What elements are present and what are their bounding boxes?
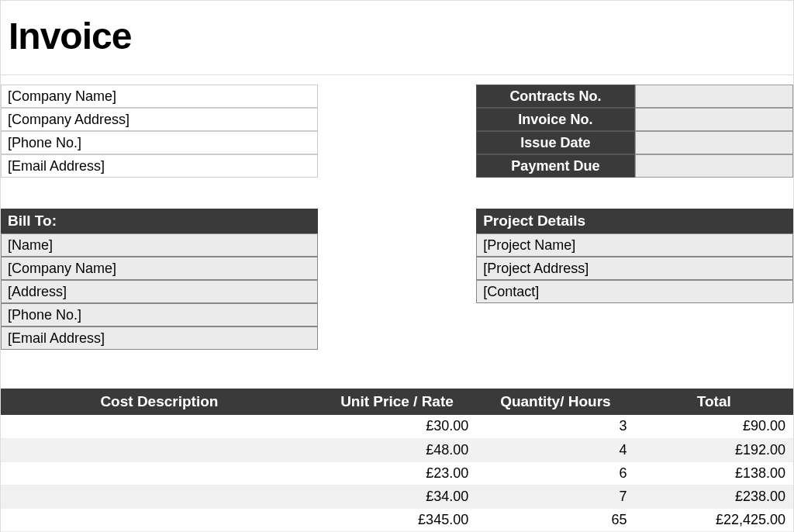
table-row: £23.006£138.00 — [1, 461, 793, 485]
project-contact[interactable]: [Contact] — [476, 280, 793, 303]
bill-to-box: Bill To: [Name] [Company Name] [Address]… — [1, 209, 318, 350]
spacer — [318, 131, 476, 154]
spacer — [318, 209, 476, 350]
col-header-qty: Quantity/ Hours — [476, 389, 634, 415]
value-payment-due[interactable] — [635, 154, 793, 178]
cell-total[interactable]: £238.00 — [635, 485, 793, 508]
cell-total[interactable]: £90.00 — [635, 415, 793, 438]
value-contracts-no[interactable] — [635, 85, 793, 108]
cell-unit[interactable]: £48.00 — [318, 438, 476, 461]
label-contracts-no: Contracts No. — [476, 85, 634, 108]
table-row: £345.0065£22,425.00 — [1, 508, 793, 531]
company-email: [Email Address] — [1, 154, 318, 178]
project-name[interactable]: [Project Name] — [476, 233, 793, 257]
spacer — [318, 108, 476, 131]
company-phone: [Phone No.] — [1, 131, 318, 154]
company-name: [Company Name] — [1, 85, 318, 108]
line-items-table: Cost Description Unit Price / Rate Quant… — [1, 389, 793, 532]
cell-qty[interactable]: 7 — [476, 485, 634, 508]
cell-total[interactable]: £192.00 — [635, 438, 793, 461]
table-row: £30.003£90.00 — [1, 415, 793, 438]
spacer — [318, 85, 476, 108]
label-issue-date: Issue Date — [476, 131, 634, 154]
project-box: Project Details [Project Name] [Project … — [476, 209, 793, 350]
table-row: £48.004£192.00 — [1, 438, 793, 461]
cell-desc[interactable] — [1, 438, 318, 461]
bill-to-company[interactable]: [Company Name] — [1, 257, 318, 280]
cell-unit[interactable]: £345.00 — [318, 508, 476, 531]
bill-to-phone[interactable]: [Phone No.] — [1, 303, 318, 326]
table-row: £34.007£238.00 — [1, 485, 793, 508]
value-issue-date[interactable] — [635, 131, 793, 154]
col-header-desc: Cost Description — [1, 389, 318, 415]
bill-to-name[interactable]: [Name] — [1, 233, 318, 257]
cell-qty[interactable]: 6 — [476, 461, 634, 485]
col-header-unit: Unit Price / Rate — [318, 389, 476, 415]
bill-to-email[interactable]: [Email Address] — [1, 326, 318, 350]
bill-to-header: Bill To: — [1, 209, 318, 233]
project-header: Project Details — [476, 209, 793, 233]
cell-qty[interactable]: 4 — [476, 438, 634, 461]
cell-desc[interactable] — [1, 461, 318, 485]
spacer — [318, 154, 476, 178]
cell-unit[interactable]: £23.00 — [318, 461, 476, 485]
cell-unit[interactable]: £34.00 — [318, 485, 476, 508]
cell-qty[interactable]: 65 — [476, 508, 634, 531]
label-payment-due: Payment Due — [476, 154, 634, 178]
bill-to-address[interactable]: [Address] — [1, 280, 318, 303]
project-address[interactable]: [Project Address] — [476, 257, 793, 280]
page-title: Invoice — [9, 15, 785, 57]
cell-qty[interactable]: 3 — [476, 415, 634, 438]
header-info: [Company Name] Contracts No. [Company Ad… — [1, 85, 793, 178]
cell-desc[interactable] — [1, 415, 318, 438]
cell-desc[interactable] — [1, 508, 318, 531]
cell-total[interactable]: £22,425.00 — [635, 508, 793, 531]
cell-desc[interactable] — [1, 485, 318, 508]
cell-total[interactable]: £138.00 — [635, 461, 793, 485]
company-address: [Company Address] — [1, 108, 318, 131]
col-header-total: Total — [635, 389, 793, 415]
cell-unit[interactable]: £30.00 — [318, 415, 476, 438]
value-invoice-no[interactable] — [635, 108, 793, 131]
label-invoice-no: Invoice No. — [476, 108, 634, 131]
